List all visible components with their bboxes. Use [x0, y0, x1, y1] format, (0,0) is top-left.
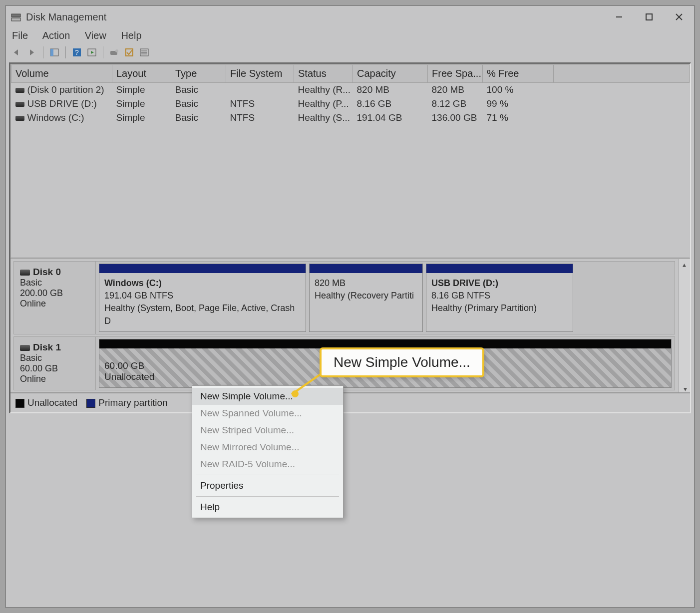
context-menu-item: New Spanned Volume... — [192, 405, 343, 422]
callout-pointer-dot — [292, 390, 299, 397]
svg-text:?: ? — [75, 48, 79, 56]
svg-marker-7 — [30, 49, 34, 55]
disk-icon — [20, 345, 30, 351]
minimize-button[interactable] — [604, 6, 634, 28]
app-icon — [11, 12, 21, 22]
table-row[interactable]: (Disk 0 partition 2)SimpleBasicHealthy (… — [11, 83, 690, 97]
legend-label-unallocated: Unallocated — [27, 397, 77, 408]
svg-marker-13 — [91, 51, 94, 54]
menu-help[interactable]: Help — [121, 30, 141, 41]
titlebar[interactable]: Disk Management — [6, 6, 694, 28]
refresh-icon[interactable] — [107, 45, 121, 59]
table-header-row[interactable]: Volume Layout Type File System Status Ca… — [11, 65, 690, 83]
col-file-system[interactable]: File System — [226, 65, 294, 83]
scroll-down-icon[interactable]: ▾ — [684, 383, 687, 394]
maximize-button[interactable] — [634, 6, 664, 28]
help-icon[interactable]: ? — [70, 45, 84, 59]
svg-point-15 — [115, 49, 118, 52]
close-button[interactable] — [664, 6, 694, 28]
disk-graphical-view: Disk 0Basic200.00 GBOnlineWindows (C:)19… — [10, 259, 690, 412]
toolbar: ? — [6, 45, 694, 62]
menu-view[interactable]: View — [85, 30, 106, 41]
col-percent-free[interactable]: % Free — [483, 65, 554, 83]
forward-button[interactable] — [25, 45, 39, 59]
action-pane-icon[interactable] — [85, 45, 99, 59]
menu-action[interactable]: Action — [42, 30, 70, 41]
disk-icon — [20, 270, 30, 276]
callout-text: New Simple Volume... — [334, 354, 470, 370]
disk-management-window: Disk Management File Action View Help ? — [5, 5, 695, 608]
svg-rect-1 — [11, 18, 20, 21]
col-layout[interactable]: Layout — [112, 65, 171, 83]
menu-file[interactable]: File — [12, 30, 28, 41]
back-button[interactable] — [10, 45, 24, 59]
svg-rect-0 — [11, 14, 20, 17]
volume-icon — [15, 88, 24, 93]
context-menu-item: New Striped Volume... — [192, 422, 343, 439]
partition[interactable]: Windows (C:)191.04 GB NTFSHealthy (Syste… — [99, 264, 306, 332]
volume-list[interactable]: Volume Layout Type File System Status Ca… — [10, 64, 690, 259]
svg-rect-3 — [646, 14, 652, 20]
checkbox-icon[interactable] — [122, 45, 136, 59]
scrollbar[interactable]: ▴ ▾ — [678, 259, 690, 392]
col-volume[interactable]: Volume — [11, 65, 112, 83]
context-menu-item[interactable]: Properties — [192, 477, 343, 494]
svg-rect-9 — [50, 49, 53, 56]
col-type[interactable]: Type — [171, 65, 226, 83]
legend: Unallocated Primary partition — [10, 392, 690, 412]
volume-icon — [15, 116, 24, 121]
table-row[interactable]: USB DRIVE (D:)SimpleBasicNTFSHealthy (P.… — [11, 97, 690, 111]
disk-row: Disk 0Basic200.00 GBOnlineWindows (C:)19… — [13, 261, 675, 334]
context-menu-item[interactable]: Help — [192, 499, 343, 516]
col-status[interactable]: Status — [294, 65, 353, 83]
context-menu: New Simple Volume...New Spanned Volume..… — [192, 385, 344, 518]
window-title: Disk Management — [26, 11, 604, 23]
volume-icon — [15, 102, 24, 107]
list-icon[interactable] — [137, 45, 151, 59]
disk-header[interactable]: Disk 0Basic200.00 GBOnline — [14, 262, 96, 334]
col-capacity[interactable]: Capacity — [353, 65, 428, 83]
legend-label-primary: Primary partition — [98, 397, 167, 408]
menubar: File Action View Help — [6, 28, 694, 45]
partition[interactable]: 820 MBHealthy (Recovery Partiti — [309, 264, 423, 332]
svg-marker-6 — [14, 49, 18, 55]
show-hide-console-tree-icon[interactable] — [47, 45, 61, 59]
callout-highlight: New Simple Volume... — [320, 347, 484, 377]
table-row[interactable]: Windows (C:)SimpleBasicNTFSHealthy (S...… — [11, 111, 690, 125]
context-menu-item: New RAID-5 Volume... — [192, 456, 343, 473]
col-free-space[interactable]: Free Spa... — [428, 65, 483, 83]
legend-swatch-unallocated — [15, 399, 24, 408]
disk-header[interactable]: Disk 1Basic60.00 GBOnline — [14, 337, 96, 390]
legend-swatch-primary — [86, 399, 95, 408]
context-menu-item: New Mirrored Volume... — [192, 439, 343, 456]
partition[interactable]: USB DRIVE (D:)8.16 GB NTFSHealthy (Prima… — [426, 264, 573, 332]
scroll-up-icon[interactable]: ▴ — [679, 259, 690, 270]
